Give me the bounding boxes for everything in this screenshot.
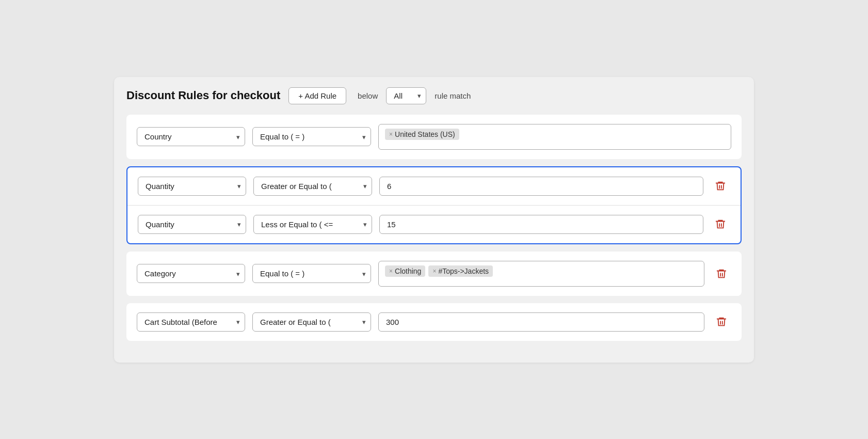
country-rule-row: Country Quantity Category Cart Subtotal …: [137, 124, 731, 150]
qty-gte-value-input[interactable]: [379, 177, 703, 196]
country-value-tags[interactable]: × United States (US): [378, 124, 731, 150]
qty-lte-op-select[interactable]: Less or Equal to ( <= Equal to ( = ) Gre…: [253, 215, 372, 234]
country-field-select[interactable]: Country Quantity Category Cart Subtotal …: [137, 127, 245, 146]
qty-lte-field-select[interactable]: Quantity Country Category Cart Subtotal …: [138, 215, 246, 234]
cart-subtotal-delete-button[interactable]: [712, 314, 731, 330]
qty-gte-field-wrap: Quantity Country Category Cart Subtotal …: [138, 177, 246, 196]
cart-field-select[interactable]: Cart Subtotal (Before Country Quantity C…: [137, 312, 245, 332]
cat-field-select[interactable]: Category Country Quantity Cart Subtotal …: [137, 264, 245, 283]
panel-header: Discount Rules for checkout + Add Rule b…: [126, 87, 742, 104]
tag-united-states: × United States (US): [385, 129, 459, 140]
country-op-select[interactable]: Equal to ( = ) Greater or Equal to ( Les…: [252, 127, 371, 146]
panel-title: Discount Rules for checkout: [126, 89, 280, 102]
match-select[interactable]: All Any: [386, 87, 426, 104]
tag-label: Clothing: [395, 267, 421, 275]
tag-close-icon[interactable]: ×: [432, 268, 436, 275]
tag-tops-jackets: × #Tops->Jackets: [428, 265, 493, 277]
below-label: below: [358, 91, 378, 100]
tag-label: #Tops->Jackets: [438, 267, 489, 275]
cart-subtotal-rule-row: Cart Subtotal (Before Country Quantity C…: [137, 312, 731, 332]
country-op-wrap: Equal to ( = ) Greater or Equal to ( Les…: [252, 127, 371, 146]
rule-match-label: rule match: [435, 91, 471, 100]
trash-icon: [716, 316, 727, 327]
cart-subtotal-rule-card: Cart Subtotal (Before Country Quantity C…: [126, 303, 742, 341]
quantity-lte-row: Quantity Country Category Cart Subtotal …: [127, 206, 741, 243]
trash-icon: [715, 218, 726, 230]
discount-rules-panel: Discount Rules for checkout + Add Rule b…: [114, 77, 754, 363]
quantity-gte-row: Quantity Country Category Cart Subtotal …: [127, 167, 741, 206]
category-rule-row: Category Country Quantity Cart Subtotal …: [137, 261, 731, 287]
category-rule-card: Category Country Quantity Cart Subtotal …: [126, 252, 742, 296]
qty-gte-op-select[interactable]: Greater or Equal to ( Equal to ( = ) Les…: [253, 177, 372, 196]
qty-lte-op-wrap: Less or Equal to ( <= Equal to ( = ) Gre…: [253, 215, 372, 234]
cat-op-select[interactable]: Equal to ( = ) Greater or Equal to ( Les…: [252, 264, 371, 283]
qty-lte-delete-button[interactable]: [711, 216, 730, 232]
cat-field-wrap: Category Country Quantity Cart Subtotal …: [137, 264, 245, 283]
category-value-tags[interactable]: × Clothing × #Tops->Jackets: [378, 261, 704, 287]
country-field-wrap: Country Quantity Category Cart Subtotal …: [137, 127, 245, 146]
tag-label: United States (US): [395, 130, 455, 138]
trash-icon: [715, 180, 726, 192]
qty-lte-value-input[interactable]: [379, 215, 703, 234]
cart-op-wrap: Greater or Equal to ( Equal to ( = ) Les…: [252, 312, 371, 332]
qty-gte-delete-button[interactable]: [711, 178, 730, 194]
cart-op-select[interactable]: Greater or Equal to ( Equal to ( = ) Les…: [252, 312, 371, 332]
tag-close-icon[interactable]: ×: [389, 268, 393, 275]
country-rule-card: Country Quantity Category Cart Subtotal …: [126, 115, 742, 159]
cart-field-wrap: Cart Subtotal (Before Country Quantity C…: [137, 312, 245, 332]
category-delete-button[interactable]: [712, 266, 731, 281]
quantity-group-card: Quantity Country Category Cart Subtotal …: [126, 166, 742, 244]
cat-op-wrap: Equal to ( = ) Greater or Equal to ( Les…: [252, 264, 371, 283]
tag-clothing: × Clothing: [385, 265, 425, 277]
qty-gte-op-wrap: Greater or Equal to ( Equal to ( = ) Les…: [253, 177, 372, 196]
add-rule-button[interactable]: + Add Rule: [288, 87, 346, 104]
trash-icon: [716, 268, 727, 279]
cart-subtotal-value-input[interactable]: [378, 312, 704, 332]
rules-container: Country Quantity Category Cart Subtotal …: [126, 115, 742, 348]
qty-lte-field-wrap: Quantity Country Category Cart Subtotal …: [138, 215, 246, 234]
tag-close-icon[interactable]: ×: [389, 131, 393, 138]
match-select-wrapper: All Any: [386, 87, 426, 104]
qty-gte-field-select[interactable]: Quantity Country Category Cart Subtotal …: [138, 177, 246, 196]
